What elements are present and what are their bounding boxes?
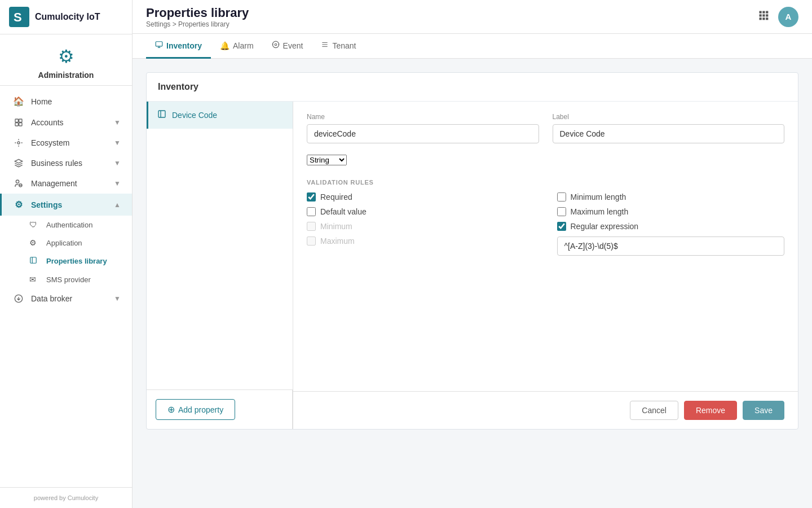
tenant-tab-icon	[321, 41, 329, 50]
cancel-button[interactable]: Cancel	[630, 401, 678, 420]
inventory-tab-icon	[155, 41, 163, 50]
detail-footer: Cancel Remove Save	[293, 391, 798, 429]
authentication-icon: 🛡	[29, 220, 41, 229]
minimum-length-checkbox[interactable]	[557, 192, 566, 202]
label-field: Label	[553, 113, 785, 143]
required-checkbox[interactable]	[307, 192, 316, 202]
maximum-length-label[interactable]: Maximum length	[571, 207, 629, 216]
svg-rect-9	[30, 257, 37, 264]
apps-grid-icon[interactable]	[758, 10, 769, 24]
svg-rect-17	[766, 14, 768, 16]
svg-rect-3	[19, 119, 22, 122]
sidebar-item-data-broker[interactable]: Data broker ▼	[0, 288, 132, 309]
default-value-checkbox[interactable]	[307, 207, 316, 216]
regex-input[interactable]	[557, 237, 785, 256]
svg-rect-5	[19, 123, 22, 126]
data-broker-chevron-icon: ▼	[114, 295, 121, 303]
sidebar-item-business-rules[interactable]: Business rules ▼	[0, 153, 132, 173]
properties-body: Device Code ⊕ Add property	[147, 102, 798, 429]
avatar-letter: A	[785, 12, 792, 21]
add-property-button[interactable]: ⊕ Add property	[156, 399, 235, 420]
svg-rect-12	[760, 11, 762, 14]
business-rules-chevron-icon: ▼	[114, 159, 121, 167]
tab-event[interactable]: Event	[263, 34, 312, 59]
breadcrumb-parent: Settings	[146, 20, 170, 28]
ecosystem-chevron-icon: ▼	[114, 139, 121, 147]
svg-rect-25	[158, 111, 165, 117]
accounts-chevron-icon: ▼	[114, 119, 121, 126]
name-label-row: Name Label	[307, 113, 784, 143]
admin-section: ⚙ Administration	[0, 34, 132, 86]
svg-rect-20	[766, 17, 768, 20]
breadcrumb-current: Properties library	[178, 20, 230, 28]
data-broker-icon	[13, 294, 24, 303]
svg-point-6	[17, 142, 20, 144]
maximum-length-checkbox[interactable]	[557, 207, 566, 216]
remove-button[interactable]: Remove	[684, 401, 737, 420]
business-rules-icon	[13, 159, 24, 168]
sidebar-item-accounts[interactable]: Accounts ▼	[0, 112, 132, 133]
sidebar: S Cumulocity IoT ⚙ Administration 🏠 Home…	[0, 0, 133, 508]
minimum-length-label[interactable]: Minimum length	[571, 192, 626, 202]
add-property-label: Add property	[178, 405, 223, 414]
ecosystem-icon	[13, 138, 24, 147]
sidebar-item-application[interactable]: ⚙ Application	[29, 234, 132, 252]
properties-list-panel: Device Code ⊕ Add property	[147, 102, 293, 429]
type-select[interactable]: String Number Boolean Date	[307, 155, 347, 165]
event-tab-icon	[272, 41, 280, 50]
validation-maximum-length: Maximum length	[557, 207, 785, 216]
required-label[interactable]: Required	[320, 192, 352, 202]
main-content: Properties library Settings > Properties…	[133, 0, 812, 508]
validation-title: VALIDATION RULES	[307, 179, 784, 186]
property-item-icon	[157, 110, 166, 121]
tab-alarm[interactable]: 🔔 Alarm	[211, 34, 263, 59]
maximum-checkbox[interactable]	[307, 237, 316, 246]
regular-expression-checkbox[interactable]	[557, 222, 566, 231]
sidebar-item-sms-provider[interactable]: ✉ SMS provider	[29, 270, 132, 288]
name-input[interactable]	[307, 124, 539, 143]
svg-rect-19	[762, 17, 765, 20]
admin-gear-icon: ⚙	[58, 46, 74, 67]
topbar-title-section: Properties library Settings > Properties…	[146, 6, 249, 28]
name-field-label: Name	[307, 113, 539, 121]
tab-event-label: Event	[283, 41, 303, 50]
user-avatar[interactable]: A	[778, 7, 798, 27]
sidebar-item-home[interactable]: 🏠 Home	[0, 90, 132, 112]
save-button[interactable]: Save	[743, 401, 784, 420]
sidebar-item-settings[interactable]: ⚙ Settings ▲	[0, 194, 132, 216]
properties-list: Device Code	[147, 102, 293, 389]
brand-logo: S	[9, 7, 29, 27]
validation-grid: Required Default value Minimum	[307, 192, 784, 256]
sidebar-item-business-rules-label: Business rules	[31, 159, 82, 168]
sidebar-item-authentication[interactable]: 🛡 Authentication	[29, 216, 132, 234]
brand-name: Cumulocity IoT	[35, 12, 100, 22]
sidebar-item-application-label: Application	[46, 239, 82, 247]
default-value-label[interactable]: Default value	[320, 207, 367, 216]
label-input[interactable]	[553, 124, 785, 143]
properties-list-footer: ⊕ Add property	[147, 389, 293, 429]
validation-maximum: Maximum	[307, 237, 535, 246]
svg-point-24	[275, 43, 277, 46]
sidebar-item-settings-label: Settings	[31, 200, 62, 209]
svg-point-7	[16, 180, 19, 183]
tab-inventory[interactable]: Inventory	[146, 34, 211, 59]
validation-regular-expression: Regular expression	[557, 222, 785, 231]
detail-panel: Name Label String	[293, 102, 798, 429]
inventory-section-title: Inventory	[158, 82, 787, 92]
sidebar-item-properties-library[interactable]: Properties library	[29, 252, 132, 270]
sidebar-item-ecosystem[interactable]: Ecosystem ▼	[0, 133, 132, 153]
tab-tenant-label: Tenant	[332, 41, 356, 50]
sidebar-item-data-broker-label: Data broker	[31, 294, 72, 303]
settings-sub-nav: 🛡 Authentication ⚙ Application Propertie…	[0, 216, 132, 288]
sms-provider-icon: ✉	[29, 275, 41, 284]
property-item-device-code[interactable]: Device Code	[147, 102, 293, 129]
sidebar-item-management[interactable]: Management ▼	[0, 173, 132, 194]
svg-text:S: S	[14, 10, 22, 24]
inventory-card-header: Inventory	[147, 73, 798, 102]
sidebar-header: S Cumulocity IoT	[0, 0, 132, 34]
regular-expression-label[interactable]: Regular expression	[571, 222, 639, 231]
tab-tenant[interactable]: Tenant	[312, 34, 365, 59]
tab-alarm-label: Alarm	[233, 41, 254, 50]
minimum-checkbox[interactable]	[307, 222, 316, 231]
sidebar-footer: powered by Cumulocity	[0, 487, 132, 508]
